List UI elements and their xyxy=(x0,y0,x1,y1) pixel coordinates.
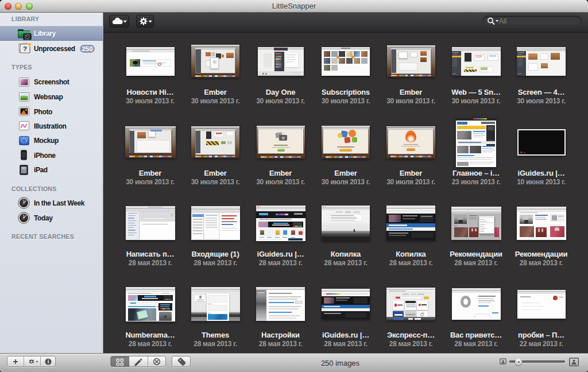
svg-text:?: ? xyxy=(23,45,27,52)
svg-text:i: i xyxy=(48,359,49,365)
